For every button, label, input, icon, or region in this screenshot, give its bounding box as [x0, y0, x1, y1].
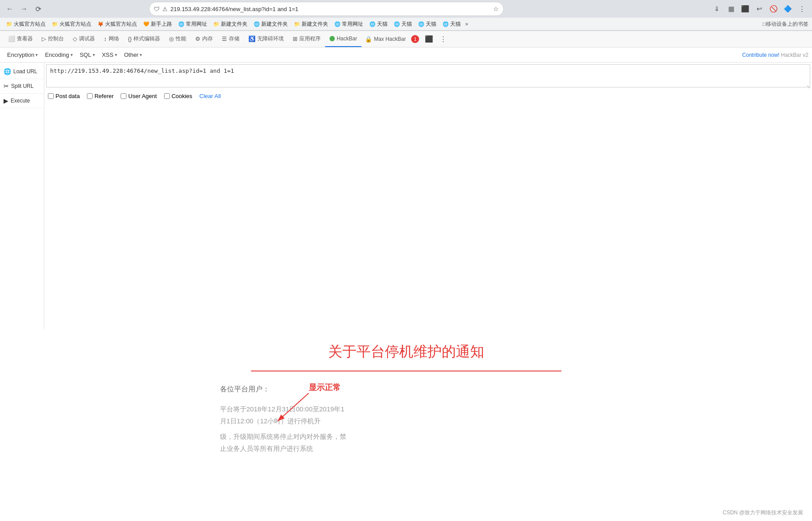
globe-icon: 🌐 [418, 21, 424, 27]
tab-console[interactable]: ▷ 控制台 [37, 31, 68, 47]
bookmark-label: 天猫 [401, 20, 412, 28]
bookmark-label: 新建文件夹 [221, 20, 247, 28]
bookmark-item[interactable]: 🧡 新手上路 [141, 20, 175, 29]
referer-checkbox[interactable]: Referer [87, 93, 114, 99]
tab-style-editor[interactable]: {} 样式编辑器 [124, 31, 165, 47]
sql-label: SQL [80, 51, 91, 58]
xss-label: XSS [102, 51, 114, 58]
post-data-checkbox[interactable]: Post data [48, 93, 80, 99]
tab-hackbar[interactable]: HackBar [325, 31, 361, 47]
other-menu[interactable]: Other ▾ [121, 50, 146, 60]
performance-icon: ◎ [169, 36, 174, 42]
bookmarks-bar: 📁 火狐官方站点 📁 火狐官方站点 🦊 火狐官方站点 🧡 新手上路 🌐 常用网址… [0, 18, 812, 30]
bookmark-item[interactable]: 🌐 新建文件夹 [251, 20, 290, 29]
bookmark-item[interactable]: 🦊 火狐官方站点 [95, 20, 140, 29]
xss-menu[interactable]: XSS ▾ [98, 50, 121, 60]
reload-button[interactable]: ⟳ [32, 3, 44, 15]
split-console-button[interactable]: ⬛ [423, 33, 435, 45]
memory-icon: ⚙ [195, 36, 200, 42]
tab-storage[interactable]: ☰ 存储 [217, 31, 244, 47]
contribute-link[interactable]: Contribute now! [742, 52, 780, 58]
annotation-container: 显示正常 [309, 382, 341, 393]
bookmark-item[interactable]: 📁 新建文件夹 [291, 20, 331, 29]
globe-icon: 🌐 [443, 21, 449, 27]
resize-handle-icon[interactable]: ⤡ [807, 84, 810, 89]
extension-icon[interactable]: 🔷 [782, 3, 794, 15]
devtools-panel: ⬜ 查看器 ▷ 控制台 ◇ 调试器 ↕ 网络 {} 样式编辑器 ◎ 性能 ⚙ 内… [0, 31, 812, 329]
history-back-button[interactable]: ↩ [753, 3, 766, 15]
execute-button[interactable]: ▶ Execute [0, 94, 44, 108]
back-button[interactable]: ← [4, 3, 16, 15]
warning-icon: ⚠ [162, 6, 168, 12]
download-button[interactable]: ⇓ [711, 3, 723, 15]
mobile-bookmarks: □移动设备上的书签 [763, 20, 808, 28]
load-url-label: Load URL [13, 68, 37, 75]
load-url-button[interactable]: 🌐 Load URL [0, 64, 44, 79]
sql-menu[interactable]: SQL ▾ [76, 50, 98, 60]
url-input[interactable] [46, 64, 810, 87]
network-icon: ↕ [104, 36, 107, 42]
menu-button[interactable]: ⋮ [796, 3, 808, 15]
body-text-2: 级，升级期间系统将停止对内对外服务，禁止业务人员等所有用户进行系统 [220, 430, 349, 454]
bookmark-label: 天猫 [450, 20, 461, 28]
no-script-icon[interactable]: 🚫 [768, 3, 780, 15]
address-bar[interactable]: 🛡 ⚠ 219.153.49.228:46764/new_list.asp?id… [149, 2, 504, 16]
nav-buttons: ← → ⟳ [4, 3, 44, 15]
bookmark-label: 火狐官方站点 [59, 20, 91, 28]
encryption-menu[interactable]: Encryption ▾ [4, 50, 41, 60]
tab-application-label: 应用程序 [299, 35, 321, 43]
bookmark-item[interactable]: 🌐 天猫 [367, 20, 390, 29]
post-data-input[interactable] [48, 93, 54, 99]
bookmark-star-icon[interactable]: ☆ [493, 5, 499, 12]
forward-button[interactable]: → [18, 3, 30, 15]
bookmark-item[interactable]: 🌐 常用网址 [332, 20, 366, 29]
cookies-checkbox[interactable]: Cookies [164, 93, 192, 99]
xss-chevron-icon: ▾ [115, 52, 117, 57]
console-icon: ▷ [42, 36, 46, 42]
tab-memory[interactable]: ⚙ 内存 [191, 31, 217, 47]
tab-max-hackbar-label: Max HackBar [374, 36, 406, 42]
bookmark-item[interactable]: 🌐 常用网址 [176, 20, 210, 29]
bookmark-item[interactable]: 🌐 天猫 [416, 20, 439, 29]
globe-icon: 🌐 [254, 21, 260, 27]
cookies-input[interactable] [164, 93, 170, 99]
svg-line-1 [278, 393, 309, 421]
referer-input[interactable] [87, 93, 93, 99]
bookmark-item[interactable]: 📁 火狐官方站点 [49, 20, 94, 29]
user-agent-input[interactable] [121, 93, 126, 99]
execute-label: Execute [11, 98, 30, 104]
folder-icon: 📁 [213, 21, 220, 27]
tab-storage-label: 存储 [229, 35, 239, 43]
url-display[interactable]: 219.153.49.228:46764/new_list.asp?id=1 a… [170, 6, 490, 12]
encryption-chevron-icon: ▾ [35, 52, 38, 57]
user-agent-checkbox[interactable]: User Agent [121, 93, 157, 99]
tab-performance[interactable]: ◎ 性能 [165, 31, 191, 47]
tab-max-hackbar[interactable]: 🔒 Max HackBar [361, 36, 409, 43]
bookmark-item[interactable]: 📁 新建文件夹 [211, 20, 250, 29]
error-badge: 1 [411, 35, 419, 43]
page-footer: CSDN @致力于网络技术安全发展 [722, 509, 803, 517]
tab-application[interactable]: ⊞ 应用程序 [288, 31, 325, 47]
encoding-menu[interactable]: Encoding ▾ [41, 50, 76, 60]
tab-memory-label: 内存 [202, 35, 213, 43]
globe-icon: 🌐 [178, 21, 184, 27]
more-bookmarks-button[interactable]: » [465, 21, 468, 27]
bookmark-item[interactable]: 📁 火狐官方站点 [4, 20, 48, 29]
bookmark-item[interactable]: 🌐 天猫 [440, 20, 463, 29]
folder-icon: 📁 [294, 21, 300, 27]
bookmark-item[interactable]: 🌐 天猫 [391, 20, 415, 29]
bookmark-label: 常用网址 [342, 20, 363, 28]
tab-inspector[interactable]: ⬜ 查看器 [4, 31, 37, 47]
browser-titlebar: ← → ⟳ 🛡 ⚠ 219.153.49.228:46764/new_list.… [0, 0, 812, 18]
tab-network[interactable]: ↕ 网络 [99, 31, 124, 47]
hackbar-version: HackBar v2 [780, 52, 808, 58]
split-url-icon: ✂ [4, 83, 9, 90]
extensions-button[interactable]: ▦ [725, 3, 737, 15]
tab-debugger[interactable]: ◇ 调试器 [68, 31, 99, 47]
tab-accessibility[interactable]: ♿ 无障碍环境 [244, 31, 288, 47]
split-url-button[interactable]: ✂ Split URL [0, 79, 44, 94]
clear-all-button[interactable]: Clear All [200, 93, 221, 99]
devtools-menu-button[interactable]: ⋮ [437, 33, 449, 45]
profile-button[interactable]: ⬛ [739, 3, 752, 15]
user-agent-label: User Agent [128, 93, 157, 99]
